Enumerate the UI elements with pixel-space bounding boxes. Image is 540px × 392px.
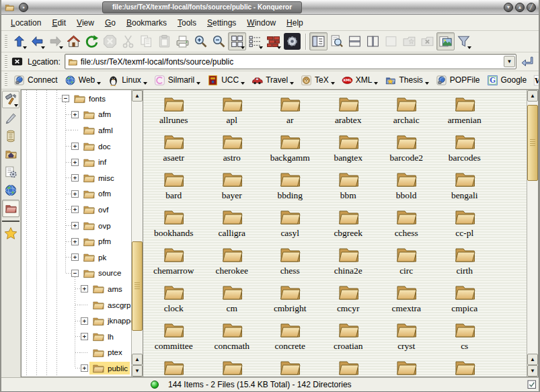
menu-help[interactable]: Help xyxy=(281,16,309,30)
toolbar-grip[interactable] xyxy=(5,55,7,69)
split-view-top-bottom-button[interactable] xyxy=(346,32,364,50)
expand-toggle[interactable]: + xyxy=(71,159,79,166)
folder-item-armenian[interactable]: armenian xyxy=(436,92,494,130)
open-terminal-button[interactable] xyxy=(284,33,301,50)
folder-item-circ[interactable]: circ xyxy=(377,243,436,280)
folder-item-cmpica[interactable]: cmpica xyxy=(436,280,494,318)
bookmark-wikipedia[interactable]: Wikipedia xyxy=(530,73,540,87)
expand-toggle[interactable]: + xyxy=(71,222,79,229)
scroll-up-button[interactable]: ▲ xyxy=(527,354,538,365)
sidebar-tab-history[interactable] xyxy=(2,127,20,145)
folder-item-concmath[interactable]: concmath xyxy=(203,318,262,356)
folder-item-ar[interactable]: ar xyxy=(261,92,319,130)
tree-item-ams[interactable]: +ams xyxy=(22,281,131,297)
list-view-button[interactable] xyxy=(246,32,264,50)
folder-item-bayer[interactable]: bayer xyxy=(203,167,262,205)
folder-item-china2e[interactable]: china2e xyxy=(319,243,378,280)
menu-location[interactable]: Location xyxy=(5,16,46,30)
filter-button[interactable] xyxy=(455,32,473,50)
folder-item-cs[interactable]: cs xyxy=(436,318,494,356)
tree-item-pk[interactable]: +pk xyxy=(22,249,131,266)
minimize-button[interactable]: ▾ xyxy=(504,3,513,12)
bookmark-ucc[interactable]: UCC xyxy=(204,73,248,87)
folder-item-barcodes[interactable]: barcodes xyxy=(436,130,494,167)
sidebar-tab-bookmarks[interactable] xyxy=(2,225,20,242)
tree-item-ovp[interactable]: +ovp xyxy=(22,218,131,234)
tree-item-jknappen[interactable]: +jknappen xyxy=(22,313,131,329)
tree-item-public[interactable]: +public xyxy=(22,360,131,377)
menu-tools[interactable]: Tools xyxy=(172,16,202,30)
folder-item-casyl[interactable]: casyl xyxy=(261,205,319,243)
folder-item-asaetr[interactable]: asaetr xyxy=(145,130,203,167)
tree-item-afm[interactable]: +afm xyxy=(22,107,131,123)
bookmark-travel[interactable]: Travel xyxy=(248,73,297,87)
bookmark-xml[interactable]: XML xyxy=(338,73,382,87)
menu-view[interactable]: View xyxy=(71,16,100,30)
scroll-up-button[interactable]: ▲ xyxy=(132,354,143,365)
expand-toggle[interactable]: + xyxy=(81,285,88,292)
folder-item-archaic[interactable]: archaic xyxy=(377,92,436,130)
folder-item-bangtex[interactable]: bangtex xyxy=(319,130,378,167)
folder-item-apl[interactable]: apl xyxy=(203,92,262,130)
icon-view-button[interactable] xyxy=(228,32,246,50)
expand-toggle[interactable]: + xyxy=(81,333,88,340)
menu-settings[interactable]: Settings xyxy=(202,16,241,30)
expand-toggle[interactable]: + xyxy=(71,111,79,118)
expand-toggle[interactable]: + xyxy=(81,364,88,372)
folder-item-clipped[interactable] xyxy=(377,356,436,377)
tree-item-lh[interactable]: +lh xyxy=(22,329,131,345)
bookmark-thesis[interactable]: Thesis xyxy=(381,73,432,87)
bookmark-web[interactable]: Web xyxy=(61,73,104,87)
sidebar-tab-configure[interactable] xyxy=(2,91,20,108)
scrollbar-thumb[interactable] xyxy=(527,105,538,181)
back-button[interactable] xyxy=(28,32,46,50)
folder-item-arabtex[interactable]: arabtex xyxy=(319,92,378,130)
folder-item-cmbright[interactable]: cmbright xyxy=(261,280,319,318)
folder-item-clipped[interactable] xyxy=(203,356,262,377)
tree-item-pfm[interactable]: +pfm xyxy=(22,233,131,249)
tree-item-inf[interactable]: +inf xyxy=(22,154,131,170)
scroll-down-button[interactable]: ▼ xyxy=(132,365,143,377)
menu-bookmarks[interactable]: Bookmarks xyxy=(121,16,172,30)
folder-item-bookhands[interactable]: bookhands xyxy=(145,205,203,243)
folder-item-astro[interactable]: astro xyxy=(203,130,262,167)
folder-item-cc-pl[interactable]: cc-pl xyxy=(436,205,494,243)
folder-item-bbding[interactable]: bbding xyxy=(261,167,319,205)
tree-item-ofm[interactable]: +ofm xyxy=(22,186,131,202)
folder-item-clipped[interactable] xyxy=(436,356,494,377)
folder-item-cmextra[interactable]: cmextra xyxy=(377,280,436,318)
titlebar[interactable]: ● file:/usr/TeX/texmf-local/fonts/source… xyxy=(1,0,539,15)
scrollbar-thumb[interactable] xyxy=(132,241,143,331)
go-button[interactable] xyxy=(519,53,536,70)
menu-window[interactable]: Window xyxy=(241,16,281,30)
folder-item-concrete[interactable]: concrete xyxy=(261,318,319,356)
bookmark-connect[interactable]: Connect xyxy=(10,73,61,87)
folder-item-croatian[interactable]: croatian xyxy=(319,318,378,356)
main-scrollbar[interactable]: ▲ ▲ ▼ xyxy=(527,90,538,377)
scroll-up-button[interactable]: ▲ xyxy=(132,90,143,102)
zoom-in-button[interactable] xyxy=(192,32,210,50)
tree-item-ovf[interactable]: +ovf xyxy=(22,202,131,218)
folder-item-cirth[interactable]: cirth xyxy=(436,243,494,280)
folder-item-cryst[interactable]: cryst xyxy=(377,318,436,356)
bookmark-linux[interactable]: Linux xyxy=(104,73,151,87)
sidebar-tab-pen[interactable] xyxy=(2,109,20,126)
tree-item-ptex[interactable]: ptex xyxy=(22,345,131,361)
folder-item-chemarrow[interactable]: chemarrow xyxy=(145,243,203,280)
toolbar-grip[interactable] xyxy=(5,73,7,87)
bookmark-popfile[interactable]: POPFile xyxy=(432,73,484,87)
expand-toggle[interactable]: + xyxy=(71,174,79,182)
scroll-up-button[interactable]: ▲ xyxy=(527,90,538,102)
print-button[interactable] xyxy=(173,32,192,50)
folder-item-clipped[interactable] xyxy=(319,356,378,377)
folder-item-committee[interactable]: committee xyxy=(145,318,203,356)
sidebar-tab-services[interactable] xyxy=(2,163,20,181)
expand-toggle[interactable]: + xyxy=(81,317,88,325)
up-button[interactable] xyxy=(10,32,28,50)
tree-item-source[interactable]: −source xyxy=(22,266,131,282)
location-input[interactable] xyxy=(78,54,504,69)
home-button[interactable] xyxy=(65,32,83,50)
bookmark-tex[interactable]: TeX xyxy=(297,73,338,87)
expand-toggle[interactable]: + xyxy=(71,190,79,198)
image-preview-button[interactable] xyxy=(436,32,455,50)
